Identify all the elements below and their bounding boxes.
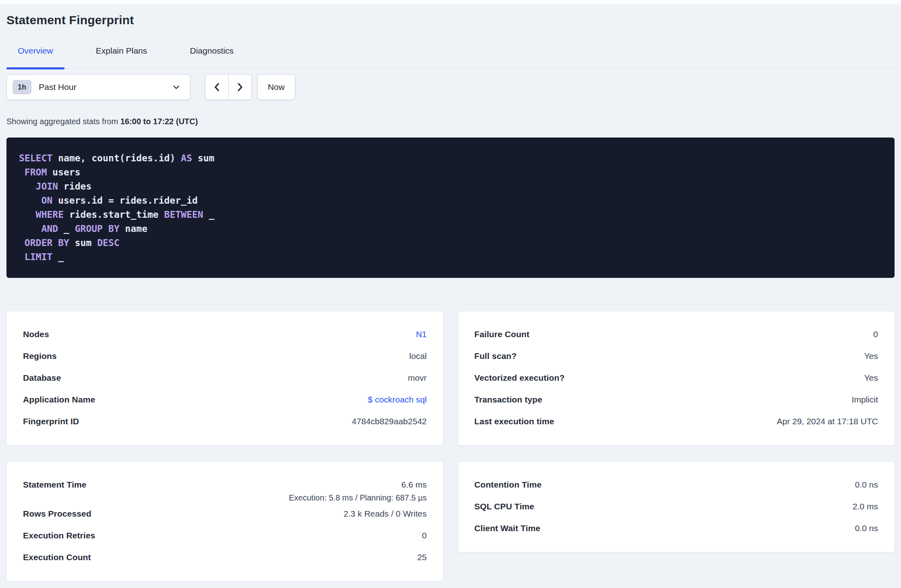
execution-count-row: Execution Count 25 (23, 546, 427, 568)
execution-attributes-card: Failure Count 0 Full scan? Yes Vectorize… (458, 311, 895, 446)
fingerprint-id-label: Fingerprint ID (23, 417, 79, 426)
transaction-type-value: Implicit (852, 395, 878, 405)
page-title: Statement Fingerprint (6, 13, 895, 28)
tab-label: Explain Plans (96, 46, 147, 55)
application-name-row: Application Name $ cockroach sql (23, 389, 427, 411)
vectorized-execution-value: Yes (864, 373, 878, 383)
statement-time-breakdown-text: Execution: 5.8 ms / Planning: 687.5 µs (289, 493, 427, 503)
statement-time-label: Statement Time (23, 480, 86, 490)
time-range-badge: 1h (13, 80, 31, 94)
execution-retries-value: 0 (422, 531, 427, 540)
rows-processed-value: 2.3 k Reads / 0 Writes (344, 509, 427, 519)
transaction-type-label: Transaction type (474, 395, 542, 405)
full-scan-label: Full scan? (474, 351, 517, 361)
failure-count-label: Failure Count (474, 329, 530, 339)
fingerprint-id-row: Fingerprint ID 4784cb829aab2542 (23, 411, 427, 432)
contention-time-row: Contention Time 0.0 ns (474, 474, 878, 496)
time-picker-toolbar: 1h Past Hour (6, 74, 895, 100)
application-name-link[interactable]: $ cockroach sql (368, 395, 427, 405)
tab-diagnostics[interactable]: Diagnostics (179, 42, 245, 68)
stat-cards-grid: Nodes N1 Regions local Database movr App… (6, 311, 895, 582)
sql-code: SELECT name, count(rides.id) AS sumFROM … (19, 151, 882, 264)
regions-value: local (409, 351, 427, 361)
execution-count-value: 25 (417, 553, 427, 562)
last-execution-time-row: Last execution time Apr 29, 2024 at 17:1… (474, 411, 878, 432)
fingerprint-id-value: 4784cb829aab2542 (352, 417, 427, 426)
top-strip (0, 0, 901, 4)
vectorized-execution-row: Vectorized execution? Yes (474, 367, 878, 389)
regions-row: Regions local (23, 345, 427, 367)
nodes-row: Nodes N1 (23, 323, 427, 345)
sql-statement-box: SELECT name, count(rides.id) AS sumFROM … (6, 138, 895, 278)
rows-processed-row: Rows Processed 2.3 k Reads / 0 Writes (23, 503, 427, 525)
aggregation-summary-prefix: Showing aggregated stats from (6, 117, 120, 126)
statement-details-card: Nodes N1 Regions local Database movr App… (6, 311, 443, 446)
nodes-link[interactable]: N1 (416, 329, 427, 339)
tab-label: Diagnostics (190, 46, 234, 55)
execution-retries-row: Execution Retries 0 (23, 525, 427, 546)
time-range-dropdown[interactable]: 1h Past Hour (6, 74, 190, 100)
chevron-left-icon (213, 82, 221, 92)
sql-cpu-time-row: SQL CPU Time 2.0 ms (474, 496, 878, 517)
aggregation-range: 16:00 to 17:22 (UTC) (120, 117, 198, 126)
time-range-label: Past Hour (39, 82, 171, 92)
failure-count-value: 0 (873, 329, 878, 339)
statement-time-value: 6.6 ms (401, 480, 427, 490)
statement-time-row: Statement Time 6.6 ms (23, 474, 427, 496)
last-execution-time-label: Last execution time (474, 417, 554, 426)
chevron-down-icon (171, 82, 181, 92)
statement-times-card: Statement Time 6.6 ms Execution: 5.8 ms … (6, 461, 443, 582)
next-time-button[interactable] (228, 75, 251, 100)
regions-label: Regions (23, 351, 57, 361)
contention-time-label: Contention Time (474, 480, 542, 490)
nodes-label: Nodes (23, 329, 49, 339)
failure-count-row: Failure Count 0 (474, 323, 878, 345)
tab-label: Overview (18, 46, 53, 55)
last-execution-time-value: Apr 29, 2024 at 17:18 UTC (777, 417, 878, 426)
database-label: Database (23, 373, 61, 383)
prev-time-button[interactable] (205, 75, 228, 100)
sql-cpu-time-value: 2.0 ms (853, 502, 878, 511)
execution-count-label: Execution Count (23, 553, 91, 562)
client-wait-time-value: 0.0 ns (855, 523, 878, 533)
full-scan-value: Yes (864, 351, 878, 361)
resource-times-card: Contention Time 0.0 ns SQL CPU Time 2.0 … (458, 461, 895, 553)
statement-time-breakdown: Execution: 5.8 ms / Planning: 687.5 µs (23, 493, 427, 503)
contention-time-value: 0.0 ns (855, 480, 878, 490)
client-wait-time-label: Client Wait Time (474, 523, 540, 533)
time-range-pager (205, 74, 252, 100)
database-row: Database movr (23, 367, 427, 389)
transaction-type-row: Transaction type Implicit (474, 389, 878, 411)
aggregation-summary: Showing aggregated stats from 16:00 to 1… (6, 116, 895, 127)
execution-retries-label: Execution Retries (23, 531, 95, 540)
sql-cpu-time-label: SQL CPU Time (474, 502, 534, 511)
now-button[interactable]: Now (257, 74, 295, 100)
statement-fingerprint-page: Statement Fingerprint Overview Explain P… (0, 13, 901, 582)
tab-overview[interactable]: Overview (6, 42, 65, 68)
tab-explain-plans[interactable]: Explain Plans (85, 42, 159, 68)
application-name-label: Application Name (23, 395, 95, 405)
database-value: movr (408, 373, 427, 383)
rows-processed-label: Rows Processed (23, 509, 91, 519)
tab-bar: Overview Explain Plans Diagnostics (6, 42, 895, 69)
full-scan-row: Full scan? Yes (474, 345, 878, 367)
client-wait-time-row: Client Wait Time 0.0 ns (474, 517, 878, 539)
vectorized-execution-label: Vectorized execution? (474, 373, 565, 383)
chevron-right-icon (236, 82, 244, 92)
